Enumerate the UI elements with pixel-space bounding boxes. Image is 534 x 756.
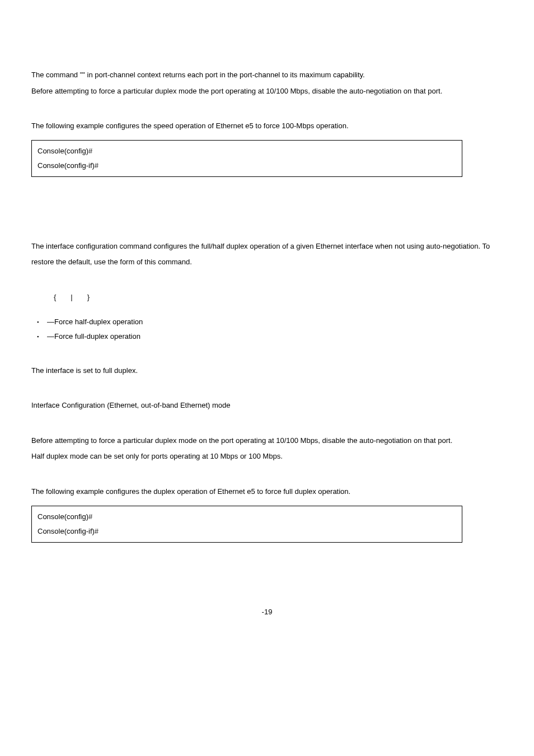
code-line: Console(config)# (38, 510, 456, 524)
list-text: —Force full-duplex operation (47, 332, 140, 340)
text: " in port-channel context returns each p… (82, 71, 364, 79)
example-intro: The following example configures the spe… (31, 118, 503, 134)
syntax-line: { | } (31, 290, 503, 306)
default-config: The interface is set to full duplex. (31, 363, 503, 379)
example-intro-2: The following example configures the dup… (31, 484, 503, 500)
code-line: Console(config-if)# (38, 158, 456, 173)
list-text: —Force half-duplex operation (47, 318, 143, 326)
paragraph-no-speed: The command "" in port-channel context r… (31, 67, 503, 83)
text: The (31, 242, 46, 250)
list-item: —Force half-duplex operation (31, 315, 503, 329)
option-list: —Force half-duplex operation —Force full… (31, 315, 503, 344)
code-block-duplex: Console(config)# Console(config-if)# (31, 506, 462, 543)
page-number: -19 (31, 604, 503, 620)
code-block-speed: Console(config)# Console(config-if)# (31, 140, 462, 177)
duplex-description: The interface configuration command conf… (31, 239, 503, 270)
list-item: —Force full-duplex operation (31, 329, 503, 344)
code-line: Console(config)# (38, 144, 456, 158)
text: form of this command. (120, 258, 192, 266)
text: The command " (31, 71, 82, 79)
command-mode: Interface Configuration (Ethernet, out-o… (31, 398, 503, 414)
guideline-1: Before attempting to force a particular … (31, 433, 503, 449)
guideline-2: Half duplex mode can be set only for por… (31, 449, 503, 465)
code-line: Console(config-if)# (38, 524, 456, 539)
text: interface configuration command configur… (31, 242, 490, 267)
paragraph: Before attempting to force a particular … (31, 83, 503, 100)
